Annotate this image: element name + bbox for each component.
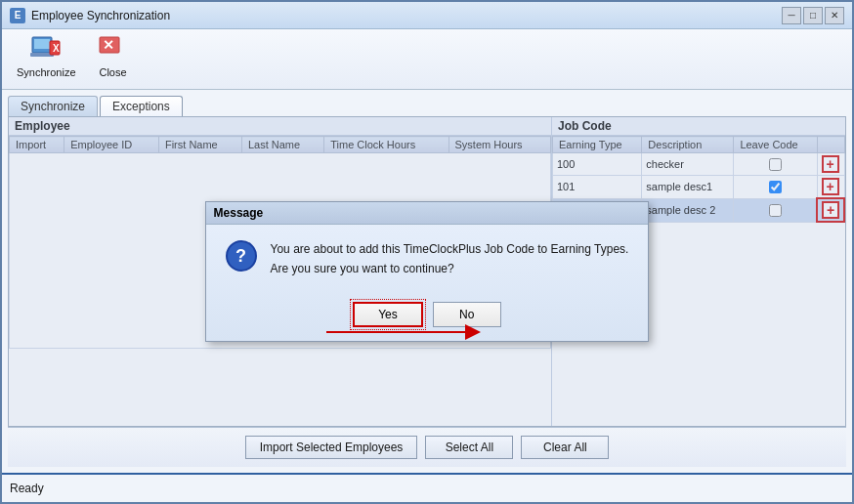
window-title: Employee Synchronization — [31, 9, 782, 22]
yes-button[interactable]: Yes — [353, 302, 423, 327]
svg-rect-1 — [34, 39, 50, 49]
main-content: Synchronize Exceptions Employee Import E… — [2, 90, 852, 473]
svg-text:✕: ✕ — [103, 37, 114, 53]
import-selected-button[interactable]: Import Selected Employees — [245, 436, 418, 459]
exceptions-panel: Employee Import Employee ID First Name L… — [8, 116, 846, 427]
synchronize-button[interactable]: X Synchronize — [10, 28, 83, 83]
close-label: Close — [99, 66, 126, 78]
tab-exceptions[interactable]: Exceptions — [100, 96, 183, 116]
synchronize-label: Synchronize — [17, 66, 76, 78]
no-button[interactable]: No — [433, 302, 501, 327]
window-close-button[interactable]: ✕ — [825, 7, 844, 24]
maximize-button[interactable]: □ — [803, 7, 823, 24]
clear-all-button[interactable]: Clear All — [521, 436, 609, 459]
title-bar-controls: ─ □ ✕ — [782, 7, 844, 24]
modal-overlay: Message ? You are about to add this Time… — [9, 117, 845, 426]
message-dialog: Message ? You are about to add this Time… — [205, 201, 650, 341]
modal-message: You are about to add this TimeClockPlus … — [271, 240, 629, 277]
modal-body: ? You are about to add this TimeClockPlu… — [206, 225, 649, 293]
status-text: Ready — [10, 482, 44, 495]
question-icon: ? — [226, 240, 257, 272]
title-bar: E Employee Synchronization ─ □ ✕ — [2, 2, 852, 29]
modal-buttons: Yes No — [206, 294, 649, 341]
modal-title: Message — [206, 202, 649, 225]
tab-synchronize[interactable]: Synchronize — [8, 96, 98, 116]
bottom-bar: Import Selected Employees Select All Cle… — [8, 427, 846, 467]
svg-text:X: X — [53, 43, 60, 54]
synchronize-icon: X — [30, 33, 62, 64]
minimize-button[interactable]: ─ — [782, 7, 801, 24]
tab-bar: Synchronize Exceptions — [8, 96, 846, 116]
toolbar: X Synchronize ✕ Close — [2, 29, 852, 90]
main-window: E Employee Synchronization ─ □ ✕ X Synch… — [0, 0, 854, 504]
close-icon: ✕ — [98, 33, 129, 64]
select-all-button[interactable]: Select All — [425, 436, 513, 459]
status-bar: Ready — [2, 473, 852, 502]
window-icon: E — [10, 8, 25, 23]
close-toolbar-button[interactable]: ✕ Close — [89, 28, 138, 83]
